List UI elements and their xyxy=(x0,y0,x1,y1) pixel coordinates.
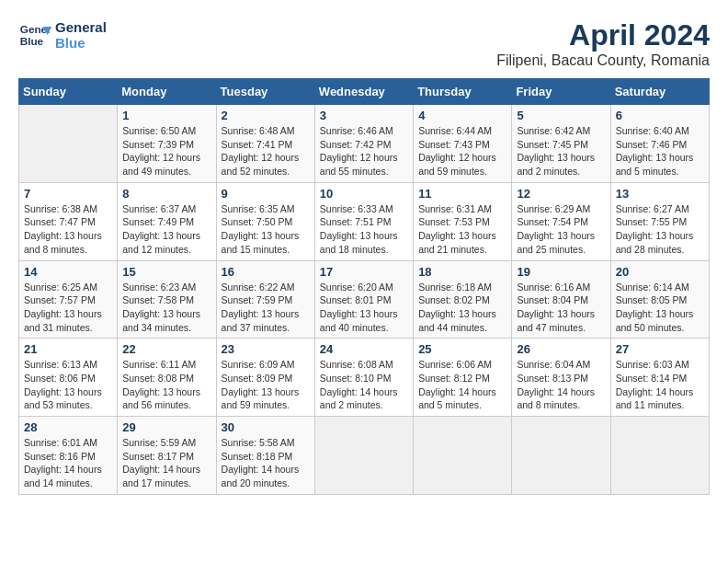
calendar-cell xyxy=(512,417,610,495)
day-info: Sunrise: 6:29 AMSunset: 7:54 PMDaylight:… xyxy=(517,202,605,257)
day-info: Sunrise: 6:35 AMSunset: 7:50 PMDaylight:… xyxy=(222,202,310,257)
calendar-cell: 18Sunrise: 6:18 AMSunset: 8:02 PMDayligh… xyxy=(414,260,512,339)
day-number: 26 xyxy=(517,342,605,356)
calendar-cell: 25Sunrise: 6:06 AMSunset: 8:12 PMDayligh… xyxy=(414,339,512,417)
title-block: April 2024 Filipeni, Bacau County, Roman… xyxy=(496,18,710,69)
calendar-cell: 13Sunrise: 6:27 AMSunset: 7:55 PMDayligh… xyxy=(610,182,709,260)
day-number: 23 xyxy=(222,342,310,356)
calendar-week-row: 7Sunrise: 6:38 AMSunset: 7:47 PMDaylight… xyxy=(19,182,710,260)
day-number: 17 xyxy=(320,265,408,279)
day-number: 9 xyxy=(222,187,310,201)
calendar-subtitle: Filipeni, Bacau County, Romania xyxy=(496,52,710,69)
calendar-cell xyxy=(19,105,118,183)
calendar-cell: 12Sunrise: 6:29 AMSunset: 7:54 PMDayligh… xyxy=(512,182,610,260)
weekday-header: Monday xyxy=(118,79,216,105)
logo-line1: General xyxy=(55,19,107,35)
logo-line2: Blue xyxy=(55,35,107,51)
weekday-header: Friday xyxy=(512,79,610,105)
weekday-header: Thursday xyxy=(414,79,512,105)
logo: General Blue General Blue xyxy=(18,18,107,52)
day-info: Sunrise: 6:23 AMSunset: 7:58 PMDaylight:… xyxy=(122,281,210,335)
day-info: Sunrise: 5:58 AMSunset: 8:18 PMDaylight:… xyxy=(222,436,310,490)
calendar-cell: 10Sunrise: 6:33 AMSunset: 7:51 PMDayligh… xyxy=(314,182,413,260)
day-info: Sunrise: 6:38 AMSunset: 7:47 PMDaylight:… xyxy=(24,202,112,257)
day-number: 3 xyxy=(320,109,408,122)
day-number: 20 xyxy=(616,265,704,279)
day-info: Sunrise: 6:25 AMSunset: 7:57 PMDaylight:… xyxy=(24,281,112,335)
day-info: Sunrise: 6:04 AMSunset: 8:13 PMDaylight:… xyxy=(517,358,605,412)
day-info: Sunrise: 6:50 AMSunset: 7:39 PMDaylight:… xyxy=(122,124,210,178)
calendar-cell: 19Sunrise: 6:16 AMSunset: 8:04 PMDayligh… xyxy=(512,260,610,339)
calendar-cell: 5Sunrise: 6:42 AMSunset: 7:45 PMDaylight… xyxy=(512,105,610,183)
calendar-cell: 27Sunrise: 6:03 AMSunset: 8:14 PMDayligh… xyxy=(610,339,709,417)
day-info: Sunrise: 6:08 AMSunset: 8:10 PMDaylight:… xyxy=(320,358,408,412)
day-number: 13 xyxy=(616,187,704,201)
weekday-header: Wednesday xyxy=(314,79,413,105)
calendar-week-row: 14Sunrise: 6:25 AMSunset: 7:57 PMDayligh… xyxy=(19,260,710,339)
calendar-cell: 17Sunrise: 6:20 AMSunset: 8:01 PMDayligh… xyxy=(314,260,413,339)
calendar-cell: 21Sunrise: 6:13 AMSunset: 8:06 PMDayligh… xyxy=(19,339,118,417)
day-info: Sunrise: 6:22 AMSunset: 7:59 PMDaylight:… xyxy=(222,281,310,335)
day-info: Sunrise: 6:20 AMSunset: 8:01 PMDaylight:… xyxy=(320,281,408,335)
day-number: 11 xyxy=(418,187,506,201)
day-number: 22 xyxy=(122,342,210,356)
day-number: 2 xyxy=(222,109,310,122)
day-info: Sunrise: 6:09 AMSunset: 8:09 PMDaylight:… xyxy=(222,358,310,412)
day-info: Sunrise: 6:37 AMSunset: 7:49 PMDaylight:… xyxy=(122,202,210,257)
day-number: 1 xyxy=(122,109,210,122)
calendar-cell: 22Sunrise: 6:11 AMSunset: 8:08 PMDayligh… xyxy=(118,339,216,417)
calendar-cell: 11Sunrise: 6:31 AMSunset: 7:53 PMDayligh… xyxy=(414,182,512,260)
weekday-header: Tuesday xyxy=(216,79,314,105)
day-info: Sunrise: 6:27 AMSunset: 7:55 PMDaylight:… xyxy=(616,202,704,257)
calendar-cell: 24Sunrise: 6:08 AMSunset: 8:10 PMDayligh… xyxy=(314,339,413,417)
calendar-cell: 16Sunrise: 6:22 AMSunset: 7:59 PMDayligh… xyxy=(216,260,314,339)
day-number: 4 xyxy=(418,109,506,122)
calendar-cell xyxy=(314,417,413,495)
day-info: Sunrise: 6:13 AMSunset: 8:06 PMDaylight:… xyxy=(24,358,112,412)
calendar-cell: 2Sunrise: 6:48 AMSunset: 7:41 PMDaylight… xyxy=(216,105,314,183)
day-number: 10 xyxy=(320,187,408,201)
weekday-header: Sunday xyxy=(19,79,118,105)
day-number: 16 xyxy=(222,265,310,279)
calendar-cell: 30Sunrise: 5:58 AMSunset: 8:18 PMDayligh… xyxy=(216,417,314,495)
day-info: Sunrise: 6:46 AMSunset: 7:42 PMDaylight:… xyxy=(320,124,408,178)
calendar-cell: 3Sunrise: 6:46 AMSunset: 7:42 PMDaylight… xyxy=(314,105,413,183)
calendar-cell: 4Sunrise: 6:44 AMSunset: 7:43 PMDaylight… xyxy=(414,105,512,183)
day-number: 25 xyxy=(418,342,506,356)
day-number: 5 xyxy=(517,109,605,122)
day-number: 12 xyxy=(517,187,605,201)
svg-text:Blue: Blue xyxy=(20,35,44,47)
day-info: Sunrise: 6:44 AMSunset: 7:43 PMDaylight:… xyxy=(418,124,506,178)
day-number: 28 xyxy=(24,420,112,434)
calendar-cell: 26Sunrise: 6:04 AMSunset: 8:13 PMDayligh… xyxy=(512,339,610,417)
calendar-week-row: 28Sunrise: 6:01 AMSunset: 8:16 PMDayligh… xyxy=(19,417,710,495)
calendar-cell: 1Sunrise: 6:50 AMSunset: 7:39 PMDaylight… xyxy=(118,105,216,183)
calendar-cell: 6Sunrise: 6:40 AMSunset: 7:46 PMDaylight… xyxy=(610,105,709,183)
day-info: Sunrise: 6:06 AMSunset: 8:12 PMDaylight:… xyxy=(418,358,506,412)
day-info: Sunrise: 6:11 AMSunset: 8:08 PMDaylight:… xyxy=(122,358,210,412)
logo-icon: General Blue xyxy=(18,18,51,52)
day-info: Sunrise: 6:16 AMSunset: 8:04 PMDaylight:… xyxy=(517,281,605,335)
calendar-cell: 14Sunrise: 6:25 AMSunset: 7:57 PMDayligh… xyxy=(19,260,118,339)
weekday-header: Saturday xyxy=(610,79,709,105)
calendar-table: SundayMondayTuesdayWednesdayThursdayFrid… xyxy=(18,78,710,495)
calendar-cell: 23Sunrise: 6:09 AMSunset: 8:09 PMDayligh… xyxy=(216,339,314,417)
calendar-title: April 2024 xyxy=(496,18,710,52)
calendar-week-row: 21Sunrise: 6:13 AMSunset: 8:06 PMDayligh… xyxy=(19,339,710,417)
calendar-cell: 7Sunrise: 6:38 AMSunset: 7:47 PMDaylight… xyxy=(19,182,118,260)
day-info: Sunrise: 6:48 AMSunset: 7:41 PMDaylight:… xyxy=(222,124,310,178)
calendar-cell: 28Sunrise: 6:01 AMSunset: 8:16 PMDayligh… xyxy=(19,417,118,495)
day-number: 8 xyxy=(122,187,210,201)
calendar-cell: 8Sunrise: 6:37 AMSunset: 7:49 PMDaylight… xyxy=(118,182,216,260)
calendar-cell: 15Sunrise: 6:23 AMSunset: 7:58 PMDayligh… xyxy=(118,260,216,339)
day-number: 29 xyxy=(122,420,210,434)
calendar-week-row: 1Sunrise: 6:50 AMSunset: 7:39 PMDaylight… xyxy=(19,105,710,183)
page-header: General Blue General Blue April 2024 Fil… xyxy=(18,18,710,69)
day-number: 14 xyxy=(24,265,112,279)
day-number: 7 xyxy=(24,187,112,201)
calendar-cell xyxy=(414,417,512,495)
day-info: Sunrise: 6:01 AMSunset: 8:16 PMDaylight:… xyxy=(24,436,112,490)
day-number: 24 xyxy=(320,342,408,356)
day-info: Sunrise: 6:42 AMSunset: 7:45 PMDaylight:… xyxy=(517,124,605,178)
day-number: 27 xyxy=(616,342,704,356)
